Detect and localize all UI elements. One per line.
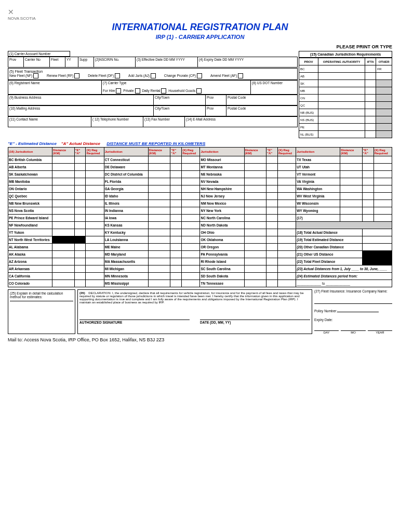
jur-ea-cell[interactable] [362,200,374,207]
usdot-field[interactable]: (8) US DOT Number [251,81,298,95]
jur-reg-cell[interactable] [182,236,200,244]
jur-reg-cell[interactable] [182,171,200,178]
jur-ea-cell[interactable] [170,193,182,200]
jur-dist-cell[interactable] [52,229,75,236]
jur-ea-cell[interactable] [266,251,278,258]
jur-reg-cell[interactable] [277,156,296,164]
jur-dist-cell[interactable] [148,236,170,244]
jur-reg-cell[interactable] [277,200,296,207]
jur-ea-cell[interactable] [74,185,86,193]
jur-ea-cell[interactable] [74,193,86,200]
jur-dist-cell[interactable] [244,273,266,280]
jur-ea-cell[interactable] [266,185,278,193]
canadian-auth-cell[interactable] [318,73,365,80]
jur-ea-cell[interactable] [266,229,278,236]
jur-dist-cell[interactable] [244,171,266,178]
jur-reg-cell[interactable] [277,265,296,273]
canadian-ifta-cell[interactable] [365,131,376,138]
telephone-field[interactable]: ( 12) Telephone Number [91,117,143,127]
jur-reg-cell[interactable] [86,207,104,215]
jur-ea-cell[interactable] [170,171,182,178]
jur-dist-cell[interactable] [244,193,266,200]
business-city-field[interactable]: City/Town [154,95,206,105]
canadian-auth-cell[interactable] [318,87,365,95]
carrier-no-field[interactable]: Carrier No [24,57,50,68]
jur-dist-cell[interactable] [52,171,75,178]
jur-reg-cell[interactable] [277,280,296,287]
jur-reg-cell[interactable] [277,178,296,185]
jur-ea-cell[interactable] [74,178,86,185]
jur-dist-cell[interactable] [52,273,75,280]
jur-reg-cell[interactable] [182,178,200,185]
jur-dist-cell[interactable] [52,178,75,185]
canadian-auth-cell[interactable] [318,80,365,87]
jur-dist-cell[interactable] [52,280,75,287]
jur-reg-cell[interactable] [182,215,200,222]
jur-dist-cell[interactable] [244,164,266,171]
jur-dist-cell[interactable] [52,215,75,222]
jur-dist-cell[interactable] [148,178,170,185]
jur-dist-cell[interactable] [340,200,363,207]
jur-dist-cell[interactable] [340,156,363,164]
jur-dist-cell[interactable] [148,229,170,236]
canadian-auth-cell[interactable] [318,102,365,109]
jur-ea-cell[interactable] [362,156,374,164]
jur-ea-cell[interactable] [74,229,86,236]
jur-ea-cell[interactable] [74,215,86,222]
business-prov-field[interactable]: Prov [206,95,226,105]
change-prorate-option[interactable]: Change Prorate (CP) [164,73,203,78]
household-option[interactable]: Household Goods [168,89,203,92]
jur-dist-cell[interactable] [52,236,75,244]
jur-reg-cell[interactable] [182,185,200,193]
jur-dist-cell[interactable] [148,265,170,273]
jur-ea-cell[interactable] [266,258,278,265]
supp-field[interactable]: Supp [78,57,94,68]
jur-dist-cell[interactable] [244,178,266,185]
jur-reg-cell[interactable] [86,273,104,280]
canadian-ifta-cell[interactable] [365,124,376,131]
jur-ea-cell[interactable] [74,265,86,273]
canadian-other-cell[interactable] [376,80,392,87]
mailing-postal-field[interactable]: Postal Code [226,106,298,116]
canadian-auth-cell[interactable] [318,124,365,131]
canadian-other-cell[interactable] [376,102,392,109]
jur-reg-cell[interactable] [277,207,296,215]
jur-dist-cell[interactable] [148,193,170,200]
jur-dist-cell[interactable] [244,185,266,193]
jur-dist-cell[interactable] [244,251,266,258]
effective-date-field[interactable]: (3) Effective Date DD MM YYYY [136,57,198,68]
jur-reg-cell[interactable] [277,244,296,251]
jur-dist-cell[interactable] [52,222,75,229]
jur-ea-cell[interactable] [266,178,278,185]
jur-dist-cell[interactable] [244,222,266,229]
jur-ea-cell[interactable] [74,171,86,178]
jur-reg-cell[interactable] [277,171,296,178]
jur-reg-cell[interactable] [277,164,296,171]
jur-dist-cell[interactable] [52,185,75,193]
jur-ea-cell[interactable] [170,222,182,229]
canadian-auth-cell[interactable] [318,116,365,124]
mailing-prov-field[interactable]: Prov [206,106,226,116]
jur-dist-cell[interactable] [340,164,363,171]
jur-dist-cell[interactable] [244,215,266,222]
canadian-auth-cell[interactable] [318,95,365,102]
jur-ea-cell[interactable] [74,236,86,244]
jur-ea-cell[interactable] [266,280,278,287]
canadian-other-cell[interactable]: FR [376,65,392,73]
jur-dist-cell[interactable] [52,200,75,207]
email-field[interactable]: (14) E-Mail Address [185,117,298,127]
jur-ea-cell[interactable] [362,207,374,215]
add-juris-option[interactable]: Add Juris (AJ) [128,73,157,78]
jur-dist-cell[interactable] [244,236,266,244]
jur-ea-cell[interactable] [266,171,278,178]
canadian-ifta-cell[interactable] [365,73,376,80]
jur-reg-cell[interactable] [374,164,392,171]
signature-line[interactable]: AUTHORIZED SIGNATURE [79,320,190,324]
jur-reg-cell[interactable] [182,222,200,229]
canadian-ifta-cell[interactable] [365,109,376,116]
jur-reg-cell[interactable] [86,236,104,244]
jur-dist-cell[interactable] [52,156,75,164]
jur-ea-cell[interactable] [170,200,182,207]
jur-dist-cell[interactable] [52,258,75,265]
contact-name-field[interactable]: (11) Contact Name [8,117,91,127]
